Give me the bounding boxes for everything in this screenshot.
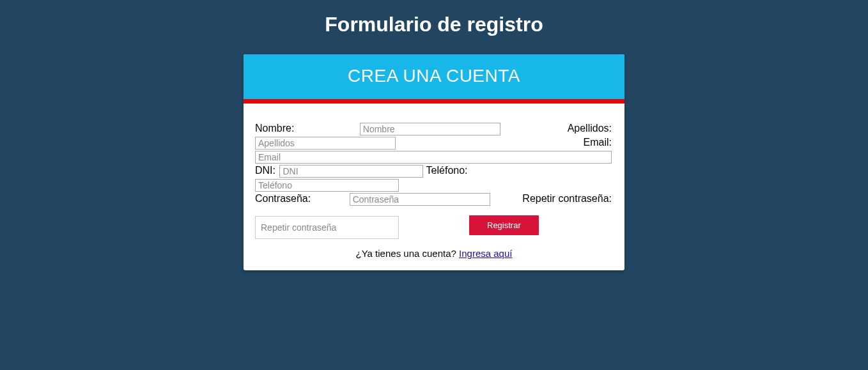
card-header: CREA UNA CUENTA (244, 54, 624, 99)
register-button[interactable]: Registrar (469, 215, 539, 235)
repetir-label: Repetir contraseña: (522, 192, 612, 206)
repetir-contrasena-field[interactable] (255, 216, 399, 239)
contrasena-label: Contraseña: (255, 193, 311, 204)
email-label: Email: (584, 135, 612, 150)
divider-red (244, 99, 624, 104)
page-title: Formulario de registro (0, 13, 868, 36)
apellidos-field[interactable] (255, 137, 396, 150)
telefono-field[interactable] (255, 179, 399, 192)
contrasena-field[interactable] (350, 193, 490, 206)
dni-label: DNI: (255, 165, 275, 176)
login-link[interactable]: Ingresa aquí (459, 248, 512, 259)
nombre-label: Nombre: (255, 123, 294, 134)
telefono-label: Teléfono: (426, 165, 468, 176)
login-question: ¿Ya tienes una cuenta? (356, 248, 460, 259)
dni-field[interactable] (279, 165, 423, 178)
apellidos-label: Apellidos: (568, 121, 612, 135)
email-field[interactable] (255, 151, 612, 164)
nombre-field[interactable] (360, 123, 500, 135)
card-body: Nombre: Apellidos: Email: DNI: Teléfono:… (244, 104, 624, 270)
registration-card: CREA UNA CUENTA Nombre: Apellidos: Email… (244, 54, 624, 270)
